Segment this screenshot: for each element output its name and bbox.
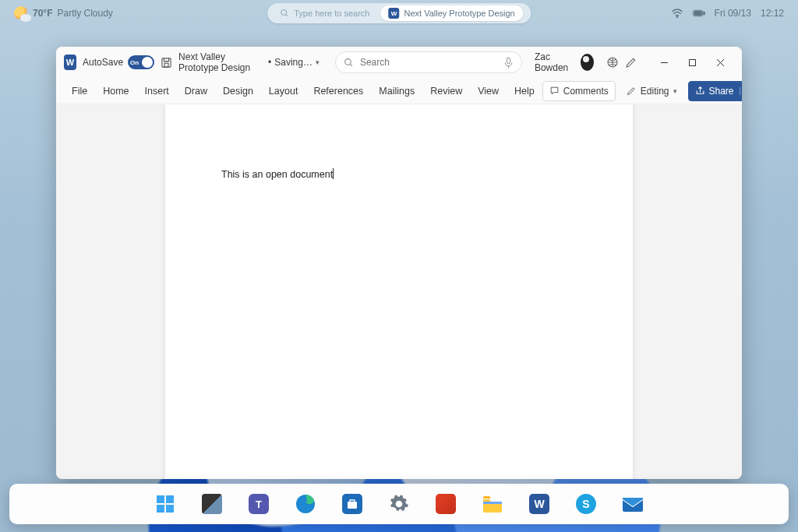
close-button[interactable] — [706, 50, 734, 75]
taskbar-explorer[interactable] — [482, 493, 503, 515]
svg-rect-18 — [166, 495, 174, 503]
chevron-down-icon: ▾ — [740, 87, 742, 95]
desktop-search-placeholder: Type here to search — [294, 9, 369, 18]
tab-file[interactable]: File — [64, 78, 95, 104]
comments-label: Comments — [563, 86, 609, 97]
tab-home[interactable]: Home — [95, 78, 136, 104]
tab-layout[interactable]: Layout — [261, 78, 306, 104]
taskbar: T W S — [9, 484, 789, 524]
save-icon[interactable] — [161, 55, 172, 69]
taskbar-edge[interactable] — [295, 493, 316, 515]
svg-rect-6 — [162, 58, 171, 66]
search-input[interactable] — [360, 57, 497, 68]
tab-draw[interactable]: Draw — [177, 78, 215, 104]
comment-icon — [549, 86, 560, 96]
folder-icon — [482, 495, 503, 513]
taskbar-teams[interactable]: T — [248, 493, 270, 515]
svg-rect-4 — [703, 12, 704, 15]
svg-point-2 — [676, 16, 677, 17]
autosave-state: On — [130, 59, 139, 66]
share-icon — [695, 86, 705, 96]
tab-design[interactable]: Design — [215, 78, 261, 104]
tab-help[interactable]: Help — [507, 78, 542, 104]
tab-review[interactable]: Review — [422, 78, 470, 104]
store-icon — [342, 494, 362, 514]
tab-references[interactable]: References — [305, 78, 371, 104]
task-view-icon — [202, 494, 222, 514]
taskbar-skype[interactable]: S — [575, 493, 597, 515]
pencil-icon — [627, 86, 637, 96]
document-canvas-area[interactable]: This is an open document — [56, 104, 742, 479]
svg-rect-23 — [348, 502, 357, 509]
svg-rect-14 — [689, 59, 695, 65]
weather-icon — [14, 6, 28, 20]
taskbar-task-view[interactable] — [201, 493, 223, 515]
search-icon — [344, 58, 354, 68]
taskbar-office[interactable] — [435, 493, 457, 515]
desktop-top-bar: 70°F Partly Cloudy Type here to search W… — [0, 0, 798, 26]
tab-view[interactable]: View — [470, 78, 507, 104]
autosave-label: AutoSave — [83, 57, 123, 68]
doc-status: Saving… — [274, 57, 312, 68]
pen-icon[interactable] — [625, 55, 637, 69]
svg-point-21 — [296, 495, 315, 513]
autosave-toggle[interactable]: AutoSave On — [83, 55, 154, 69]
svg-line-9 — [350, 64, 352, 66]
share-button[interactable]: Share ▾ — [688, 81, 743, 101]
word-logo-icon: W — [64, 55, 76, 70]
taskbar-settings[interactable] — [388, 493, 410, 515]
minimize-button[interactable] — [650, 50, 678, 75]
toggle-switch[interactable]: On — [128, 55, 154, 69]
weather-widget[interactable]: 70°F Partly Cloudy — [14, 6, 113, 20]
word-icon: W — [388, 8, 399, 19]
avatar — [581, 54, 594, 71]
taskbar-start[interactable] — [154, 493, 176, 515]
microphone-icon[interactable] — [503, 57, 514, 69]
svg-rect-10 — [507, 58, 510, 64]
clock-time[interactable]: 12:12 — [761, 8, 784, 19]
taskbar-word[interactable]: W — [528, 493, 550, 515]
weather-temp: 70°F — [33, 8, 52, 19]
word-icon: W — [529, 494, 549, 514]
teams-icon: T — [249, 494, 269, 514]
document-body-text[interactable]: This is an open document — [221, 169, 333, 180]
gear-icon — [389, 494, 409, 514]
taskbar-store[interactable] — [341, 493, 363, 515]
tab-mailings[interactable]: Mailings — [371, 78, 422, 104]
chevron-down-icon: ▾ — [316, 58, 320, 66]
tab-insert[interactable]: Insert — [137, 78, 177, 104]
document-title[interactable]: Next Valley Prototype Design • Saving… ▾ — [178, 51, 320, 73]
svg-rect-20 — [166, 505, 174, 513]
battery-icon[interactable] — [693, 9, 705, 18]
coming-soon-icon[interactable] — [606, 55, 619, 69]
mail-icon — [622, 495, 644, 513]
wifi-icon[interactable] — [671, 9, 683, 18]
titlebar-search[interactable] — [335, 51, 522, 73]
recent-doc-title: Next Valley Prototype Design — [404, 9, 514, 18]
recent-document-pill[interactable]: W Next Valley Prototype Design — [380, 5, 522, 21]
taskbar-mail[interactable] — [622, 493, 644, 515]
comments-button[interactable]: Comments — [542, 81, 616, 101]
maximize-button[interactable] — [678, 50, 706, 75]
svg-point-0 — [281, 10, 287, 16]
account-button[interactable]: Zac Bowden — [535, 51, 594, 73]
clock-date[interactable]: Fri 09/13 — [715, 8, 751, 19]
start-icon — [155, 494, 175, 514]
svg-point-8 — [345, 58, 351, 65]
svg-rect-5 — [694, 12, 701, 16]
account-name: Zac Bowden — [535, 51, 576, 73]
search-icon — [280, 9, 289, 18]
titlebar[interactable]: W AutoSave On Next Valley Prototype Desi… — [56, 47, 742, 78]
weather-condition: Partly Cloudy — [57, 8, 112, 19]
editing-label: Editing — [641, 86, 669, 97]
svg-line-1 — [286, 15, 288, 17]
text-cursor — [333, 168, 334, 179]
chevron-down-icon: ▾ — [673, 87, 677, 95]
svg-rect-17 — [157, 495, 164, 503]
desktop-search-pill[interactable]: Type here to search W Next Valley Protot… — [267, 3, 531, 23]
editing-mode-button[interactable]: Editing ▾ — [620, 81, 683, 101]
document-page[interactable]: This is an open document — [165, 104, 633, 479]
ribbon-tabs: File Home Insert Draw Design Layout Refe… — [56, 78, 742, 104]
office-icon — [436, 494, 456, 514]
doc-name: Next Valley Prototype Design — [178, 51, 265, 73]
